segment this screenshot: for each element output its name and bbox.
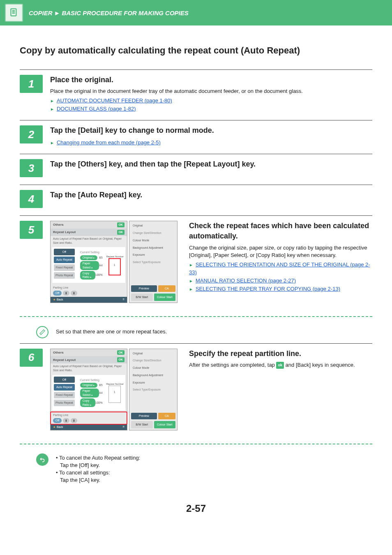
link-paper-tray[interactable]: SELECTING THE PAPER TRAY FOR COPYING (pa… (196, 286, 340, 292)
val-ratio: 100% (95, 273, 103, 277)
undo-icon (36, 453, 48, 466)
tab-fixed-repeat: Fixed Repeat (54, 264, 75, 271)
ca-button: CA (158, 285, 175, 292)
step-6-title: Specify the repeat partition line. (189, 349, 355, 359)
btn-original: Original (80, 383, 97, 388)
bw-start-button: B/W Start (131, 421, 153, 428)
mock-repeat-layout: Repeat Layout (53, 358, 76, 362)
breadcrumb-sep: ► (54, 9, 60, 17)
copier-icon (5, 4, 23, 22)
side-original: Original (131, 351, 175, 356)
step-6: 6 OthersOK Repeat LayoutOK Auto Layout o… (20, 343, 372, 438)
mock-subtitle: Auto Layout of Repeat Face Based on Orig… (51, 236, 127, 246)
parting-opt-icon: ▮ (63, 418, 69, 423)
preview-button: Preview (131, 285, 157, 292)
side-background: Background Adjustment (131, 245, 175, 251)
step-6-desc-a: After the settings are completed, tap (189, 362, 276, 368)
pencil-icon (36, 326, 48, 338)
repeat-number-label: Repeat Number (106, 382, 124, 386)
side-original-sub: Change Size/Direction (131, 230, 175, 236)
svg-rect-0 (11, 9, 16, 16)
footer-icons: ⠿ (122, 298, 125, 302)
parting-opt-icon: ▮ (63, 291, 69, 296)
side-colour-mode: Colour Mode (131, 238, 175, 243)
cancel-all-label: To cancel all settings: (56, 469, 140, 476)
parting-line-label: Parting Line (53, 413, 125, 417)
back-button: Back (57, 298, 63, 301)
step-number: 3 (20, 159, 43, 177)
side-original: Original (131, 223, 175, 229)
header-bar: COPIER ► BASIC PROCEDURE FOR MAKING COPI… (0, 0, 392, 25)
link-orientation[interactable]: SELECTING THE ORIENTATION AND SIZE OF TH… (189, 261, 370, 276)
ok-icon: ok (276, 362, 284, 369)
parting-off: Off (53, 418, 62, 423)
colour-start-button: Colour Start (154, 294, 176, 301)
note-2: To cancel the Auto Repeat setting: Tap t… (20, 450, 372, 489)
step-2-title: Tap the [Detail] key to change to normal… (50, 125, 372, 136)
side-colour-mode: Colour Mode (131, 365, 175, 371)
repeat-number-label: Repeat Number (106, 255, 124, 258)
step-1-desc: Place the original in the document feede… (50, 88, 372, 95)
tab-photo-repeat: Photo Repeat (54, 272, 75, 279)
colour-start-button: Colour Start (154, 421, 176, 428)
tab-auto-repeat: Auto Repeat (54, 384, 75, 391)
parting-line-label: Parting Line (53, 286, 125, 290)
step-6-desc: After the settings are completed, tap ok… (189, 361, 355, 369)
link-ratio[interactable]: MANUAL RATIO SELECTION (page 2-27) (196, 278, 296, 284)
val-ratio: 100% (95, 401, 103, 405)
note-1: Set so that there are one or more repeat… (20, 323, 372, 343)
link-change-mode[interactable]: Changing mode from each mode (page 2-5) (57, 139, 161, 146)
step-1: 1 Place the original. Place the original… (20, 69, 372, 120)
link-glass[interactable]: DOCUMENT GLASS (page 1-82) (57, 106, 136, 112)
breadcrumb-a[interactable]: COPIER (29, 9, 53, 17)
ok-icon: OK (117, 350, 125, 355)
step-1-title: Place the original. (50, 75, 372, 85)
bw-start-button: B/W Start (131, 294, 153, 301)
tab-photo-repeat: Photo Repeat (54, 400, 75, 406)
step-number: 5 (20, 221, 43, 239)
repeat-number-value: 1 (114, 264, 115, 266)
tab-auto-repeat: Auto Repeat (54, 257, 75, 263)
screenshot-step5: OthersOK Repeat LayoutOK Auto Layout of … (50, 221, 178, 303)
btn-paper-select: Paper Select (80, 261, 99, 270)
side-background: Background Adjustment (131, 372, 175, 378)
val-paper: A4 (99, 264, 103, 268)
btn-copy-ratio: Copy Ratio (80, 271, 95, 280)
val-paper: A4 (99, 391, 103, 395)
breadcrumb-b[interactable]: BASIC PROCEDURE FOR MAKING COPIES (62, 9, 188, 17)
btn-copy-ratio: Copy Ratio (80, 398, 95, 407)
mock-others: Others (53, 222, 64, 227)
side-exposure-sub: Select Type/Exposure (131, 387, 175, 393)
ok-icon: OK (117, 222, 125, 227)
btn-original: Original (80, 255, 97, 260)
mock-subtitle: Auto Layout of Repeat Face Based on Orig… (51, 363, 127, 373)
tab-off: Off (54, 249, 75, 255)
val-original: B5 (99, 256, 103, 260)
cancel-auto-action: Tap the [Off] key. (56, 462, 140, 469)
footer-icons: ⠿ (122, 425, 125, 429)
cancel-all-action: Tap the [CA] key. (56, 476, 140, 484)
separator (20, 444, 372, 444)
ok-icon: OK (117, 230, 125, 235)
back-button: Back (57, 426, 63, 428)
side-original-sub: Change Size/Direction (131, 358, 175, 363)
step-4: 4 Tap the [Auto Repeat] key. (20, 185, 372, 215)
cancel-auto-label: To cancel the Auto Repeat setting: (56, 454, 140, 462)
mock-repeat-layout: Repeat Layout (53, 230, 76, 234)
tab-off: Off (54, 377, 75, 383)
btn-paper-select: Paper Select (80, 388, 99, 398)
preview-button: Preview (131, 413, 157, 419)
step-6-desc-b: and [Back] keys in sequence. (286, 362, 355, 368)
tab-fixed-repeat: Fixed Repeat (54, 392, 75, 398)
parting-opt-icon: ▮ (71, 418, 77, 423)
step-5-title: Check the repeat faces which have been c… (189, 221, 372, 241)
step-5: 5 OthersOK Repeat LayoutOK Auto Layout o… (20, 215, 372, 310)
separator (20, 316, 372, 317)
side-exposure: Exposure (131, 380, 175, 386)
link-adf[interactable]: AUTOMATIC DOCUMENT FEEDER (page 1-80) (57, 97, 172, 104)
mock-current-setting: Current Setting (79, 250, 104, 255)
ca-button: CA (158, 413, 175, 419)
page-title: Copy by automatically calculating the re… (20, 44, 372, 57)
side-exposure: Exposure (131, 252, 175, 258)
screenshot-step6: OthersOK Repeat LayoutOK Auto Layout of … (50, 349, 178, 430)
